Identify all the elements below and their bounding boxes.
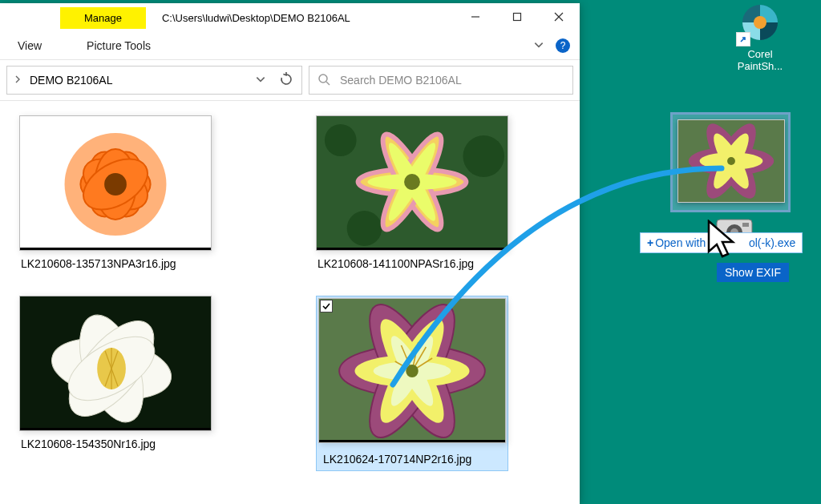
breadcrumb-chevron-icon[interactable] — [14, 75, 22, 87]
file-item[interactable]: LK210608-141100NPASr16.jpg — [316, 115, 508, 270]
window-title-path: C:\Users\ludwi\Desktop\DEMO B2106AL — [162, 12, 350, 24]
file-explorer-window: Manage C:\Users\ludwi\Desktop\DEMO B2106… — [0, 3, 580, 504]
file-item[interactable]: LK210608-135713NPA3r16.jpg — [19, 115, 212, 270]
svg-rect-64 — [742, 223, 749, 227]
picture-tools-tab[interactable]: Picture Tools — [87, 39, 151, 52]
ribbon-tab-manage[interactable]: Manage — [60, 7, 146, 29]
desktop-icon-label-selected: Show EXIF — [717, 263, 789, 282]
search-placeholder: Search DEMO B2106AL — [340, 74, 462, 87]
close-button[interactable] — [538, 3, 580, 30]
help-button[interactable]: ? — [556, 38, 570, 53]
view-tab[interactable]: View — [10, 36, 50, 55]
breadcrumb-segment[interactable]: DEMO B2106AL — [30, 74, 113, 87]
svg-point-17 — [463, 135, 504, 177]
desktop-shortcut-corel[interactable]: Corel PaintSh... — [720, 0, 800, 72]
refresh-button[interactable] — [279, 72, 293, 89]
corel-paintshop-icon — [738, 0, 783, 45]
desktop-icon-label: PaintSh... — [720, 60, 800, 72]
address-bar-row: DEMO B2106AL Search DEMO B2106AL — [0, 59, 580, 101]
selection-checkbox[interactable] — [320, 300, 333, 312]
minimize-button[interactable] — [455, 3, 496, 30]
file-name-label: LK210608-135713NPA3r16.jpg — [19, 257, 212, 270]
file-item-selected[interactable]: LK210624-170714NP2r16.jpg — [316, 296, 508, 471]
desktop-icon-label: Corel — [720, 48, 800, 60]
ribbon-expand-button[interactable] — [533, 39, 544, 53]
file-name-label: LK210624-170714NP2r16.jpg — [318, 450, 506, 469]
file-item[interactable]: LK210608-154350Nr16.jpg — [19, 296, 212, 471]
shortcut-overlay-icon — [736, 32, 750, 46]
breadcrumb-history-button[interactable] — [255, 74, 266, 87]
title-bar[interactable]: Manage C:\Users\ludwi\Desktop\DEMO B2106… — [0, 3, 580, 32]
svg-rect-1 — [514, 14, 521, 21]
svg-line-5 — [326, 82, 330, 85]
breadcrumb[interactable]: DEMO B2106AL — [6, 66, 302, 95]
thumbnail-pane[interactable]: LK210608-135713NPA3r16.jpg — [0, 101, 580, 504]
svg-point-52 — [754, 16, 766, 29]
mouse-cursor-icon — [706, 220, 741, 263]
plus-icon: + — [647, 236, 653, 249]
maximize-button[interactable] — [496, 3, 538, 30]
svg-point-50 — [406, 365, 418, 377]
search-icon — [317, 73, 330, 88]
drag-ghost — [670, 112, 791, 212]
svg-point-14 — [104, 173, 127, 196]
file-name-label: LK210608-141100NPASr16.jpg — [316, 257, 508, 270]
search-input[interactable]: Search DEMO B2106AL — [309, 66, 573, 95]
svg-point-18 — [347, 211, 382, 246]
file-name-label: LK210608-154350Nr16.jpg — [19, 437, 212, 450]
svg-point-25 — [404, 174, 420, 190]
svg-point-16 — [325, 124, 357, 156]
svg-marker-65 — [709, 221, 733, 256]
svg-point-4 — [319, 75, 327, 83]
ribbon-subbar: View Picture Tools ? — [0, 32, 580, 59]
svg-point-60 — [727, 157, 735, 165]
